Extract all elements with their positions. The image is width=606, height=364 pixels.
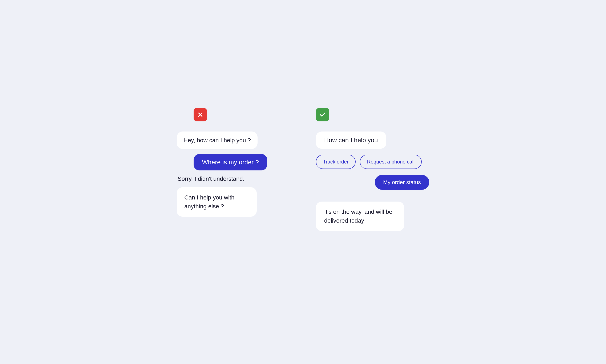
- sorry-text: Sorry, I didn't understand.: [177, 175, 245, 182]
- order-status-button[interactable]: My order status: [375, 175, 429, 190]
- bad-badge: [193, 108, 207, 121]
- left-panel: Hey, how can I help you ? Where is my or…: [164, 108, 303, 222]
- right-panel: How can I help you Track order Request a…: [303, 108, 442, 231]
- quick-reply-row: Track order Request a phone call: [316, 155, 422, 169]
- follow-up-bubble: Can I help you with anything else ?: [177, 187, 257, 217]
- good-badge: [316, 108, 329, 121]
- right-panel-buttons: My order status: [316, 175, 429, 202]
- order-status-row: My order status: [316, 175, 429, 196]
- phone-call-button[interactable]: Request a phone call: [360, 155, 422, 169]
- left-greeting-bubble: Hey, how can I help you ?: [177, 131, 258, 149]
- track-order-button[interactable]: Track order: [316, 155, 356, 169]
- user-order-bubble: Where is my order ?: [193, 154, 267, 170]
- delivered-bubble: It's on the way, and will be delivered t…: [316, 202, 404, 231]
- main-container: Hey, how can I help you ? Where is my or…: [152, 91, 454, 273]
- right-greeting-bubble: How can I help you: [316, 131, 386, 149]
